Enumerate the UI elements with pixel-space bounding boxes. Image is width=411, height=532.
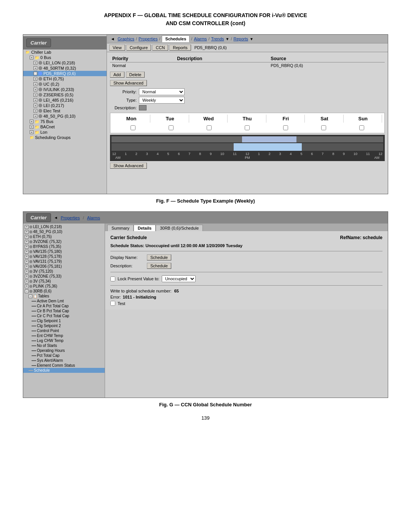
sidebar-item-lei-485[interactable]: + LEI_485 (0,216) bbox=[23, 97, 107, 103]
sidebar-g-clg-1[interactable]: Clg Setpoint 1 bbox=[23, 318, 105, 323]
nav-back-g[interactable]: ◄ bbox=[54, 216, 58, 220]
display-name-btn[interactable]: Schedule bbox=[147, 254, 171, 260]
reports-dropdown[interactable]: ▼ bbox=[250, 37, 253, 41]
expand-ivulink[interactable]: + bbox=[33, 88, 37, 91]
expand-75bus[interactable]: + bbox=[30, 120, 33, 123]
check-tue[interactable] bbox=[152, 124, 190, 131]
expand-48-50-pg[interactable]: + bbox=[33, 114, 37, 118]
lock-select[interactable]: Unoccupied bbox=[162, 275, 196, 282]
expand-g-5[interactable]: + bbox=[25, 245, 29, 249]
expand-lon[interactable]: + bbox=[30, 130, 33, 134]
delete-button[interactable]: Delete bbox=[126, 72, 145, 78]
sidebar-g-48-50-pg[interactable]: + 48_50_PG (0,10) bbox=[23, 229, 105, 234]
check-thu[interactable] bbox=[229, 124, 266, 131]
sidebar-item-elec-test[interactable]: + Elec Test bbox=[23, 108, 107, 113]
expand-lei-lon[interactable]: + bbox=[33, 61, 37, 65]
sidebar-item-bacnet[interactable]: + 📁 BACnet bbox=[23, 124, 107, 129]
sidebar-item-lon[interactable]: + 📁 Lon bbox=[23, 129, 107, 135]
expand-48-50rtm[interactable]: + bbox=[33, 66, 37, 70]
sidebar-g-tables[interactable]: - 📋 Tables bbox=[23, 294, 105, 299]
type-select[interactable]: Weekly bbox=[139, 97, 185, 104]
sidebar-g-control-point[interactable]: Control Point bbox=[23, 328, 105, 333]
checkbox-sun[interactable] bbox=[359, 125, 364, 130]
nav-graphics[interactable]: Graphics bbox=[118, 37, 134, 41]
sidebar-item-ivulink[interactable]: + IVULINK (0,233) bbox=[23, 87, 107, 92]
expand-g-tables[interactable]: - bbox=[29, 294, 32, 298]
expand-g-2[interactable]: + bbox=[25, 230, 29, 234]
sidebar-item-0bus[interactable]: + 📁 0 Bus bbox=[23, 55, 107, 60]
check-mon[interactable] bbox=[114, 124, 151, 131]
description-btn[interactable]: Schedule bbox=[147, 263, 171, 269]
sidebar-g-3vzone-33[interactable]: + 3VZONE (75,33) bbox=[23, 274, 105, 279]
check-sun[interactable] bbox=[343, 124, 381, 131]
expand-g-7[interactable]: + bbox=[25, 255, 29, 259]
expand-g-6[interactable]: + bbox=[25, 250, 29, 254]
checkbox-sat[interactable] bbox=[321, 125, 326, 130]
sidebar-g-clg-2[interactable]: Clg Setpoint 2 bbox=[23, 323, 105, 328]
show-advanced-btn-1[interactable]: Show Advanced bbox=[110, 80, 147, 86]
sidebar-item-48-50-pg[interactable]: + 48_50_PG (0,10) bbox=[23, 113, 107, 119]
description-input[interactable] bbox=[139, 105, 147, 110]
sidebar-g-3v-120[interactable]: + 3V (75,120) bbox=[23, 269, 105, 274]
checkbox-mon[interactable] bbox=[131, 125, 135, 130]
view-tab-btn[interactable]: View bbox=[109, 45, 125, 51]
tab-30rb-schedule[interactable]: 30RB (0,6)/Schedule bbox=[156, 225, 203, 231]
expand-g-13[interactable]: + bbox=[25, 284, 29, 288]
sidebar-item-eth[interactable]: + ETH (0,75) bbox=[23, 76, 107, 81]
checkbox-tue[interactable] bbox=[169, 125, 174, 130]
sidebar-g-vav135[interactable]: + VAV135 (75,180) bbox=[23, 249, 105, 254]
lock-checkbox[interactable] bbox=[110, 276, 115, 281]
sidebar-g-operating-hours[interactable]: Operating Hours bbox=[23, 348, 105, 353]
sidebar-g-pct-total[interactable]: Pct Total Cap bbox=[23, 353, 105, 358]
reports-tab-btn[interactable]: Reports bbox=[169, 45, 191, 51]
dropdown-arrow[interactable]: ▼ bbox=[226, 37, 229, 41]
sidebar-item-75bus[interactable]: + 📁 75 Bus bbox=[23, 119, 107, 124]
expand-g-9[interactable]: + bbox=[25, 265, 29, 268]
check-sat[interactable] bbox=[305, 124, 342, 131]
sidebar-g-lei-lon[interactable]: + LEI_LON (0,218) bbox=[23, 224, 105, 229]
sidebar-g-ent-chw[interactable]: Ent CHW Temp bbox=[23, 333, 105, 338]
sidebar-g-vav206[interactable]: + VAV206 (75,181) bbox=[23, 264, 105, 269]
sidebar-g-schedule[interactable]: Schedule bbox=[23, 368, 105, 373]
nav-trends[interactable]: Trends bbox=[211, 37, 224, 41]
configure-tab-btn[interactable]: Configure bbox=[126, 45, 151, 51]
nav-properties-g[interactable]: Properties bbox=[61, 216, 80, 220]
sidebar-g-3vzone-32[interactable]: + 3VZONE (75,32) bbox=[23, 239, 105, 244]
sidebar-item-uc[interactable]: + UC (0,2) bbox=[23, 81, 107, 87]
sidebar-g-30rb[interactable]: - 30RB (0,6) bbox=[23, 289, 105, 294]
expand-lei[interactable]: + bbox=[33, 104, 37, 107]
expand-g-8[interactable]: + bbox=[25, 260, 29, 264]
sidebar-g-cir-b[interactable]: Cir B Pct Total Cap bbox=[23, 308, 105, 313]
expand-g-12[interactable]: + bbox=[25, 280, 29, 283]
check-fri[interactable] bbox=[267, 124, 304, 131]
expand-g-14[interactable]: - bbox=[25, 289, 29, 293]
sidebar-g-3v-34[interactable]: + 3V (75,34) bbox=[23, 279, 105, 284]
priority-select[interactable]: Normal bbox=[139, 88, 185, 95]
sidebar-g-lvg-chw[interactable]: Lvg CHW Temp bbox=[23, 338, 105, 343]
add-button[interactable]: Add bbox=[110, 72, 124, 78]
sidebar-item-z3series[interactable]: + Z3SERIES (0,5) bbox=[23, 92, 107, 97]
expand-g-3[interactable]: + bbox=[25, 235, 29, 239]
sidebar-item-chiller-lab[interactable]: 📁 Chiller Lab bbox=[23, 50, 107, 55]
expand-eth[interactable]: + bbox=[33, 77, 37, 81]
expand-lei-485[interactable]: + bbox=[33, 98, 37, 102]
expand-g-4[interactable]: + bbox=[25, 240, 29, 244]
sidebar-g-no-starts[interactable]: No of Starts bbox=[23, 343, 105, 348]
sidebar-g-vav131[interactable]: + VAV131 (75,179) bbox=[23, 259, 105, 264]
expand-uc[interactable]: + bbox=[33, 82, 37, 86]
expand-bacnet[interactable]: + bbox=[30, 125, 33, 129]
sidebar-g-bypass[interactable]: + BYPASS (75,35) bbox=[23, 244, 105, 249]
nav-alarms-g[interactable]: Alarms bbox=[87, 216, 100, 220]
expand-g-11[interactable]: + bbox=[25, 275, 29, 278]
sidebar-g-sys-alert[interactable]: Sys Alert/Alarm bbox=[23, 358, 105, 363]
sidebar-g-cir-c[interactable]: Cir C Pct Total Cap bbox=[23, 313, 105, 318]
ccn-tab-btn[interactable]: CCN bbox=[152, 45, 168, 51]
sidebar-item-pd5-rbrq[interactable]: + PD5_RBRQ (0,6) bbox=[23, 71, 107, 76]
expand-elec[interactable]: + bbox=[33, 109, 37, 113]
show-advanced-btn-2[interactable]: Show Advanced bbox=[110, 163, 147, 169]
checkbox-thu[interactable] bbox=[245, 125, 250, 130]
sidebar-g-active-dem[interactable]: Active Dem Lmt bbox=[23, 299, 105, 304]
nav-alarms[interactable]: Alarms bbox=[194, 37, 207, 41]
sidebar-item-scheduling-groups[interactable]: 📁 Scheduling Groups bbox=[23, 135, 107, 140]
nav-reports[interactable]: Reports bbox=[233, 37, 248, 41]
